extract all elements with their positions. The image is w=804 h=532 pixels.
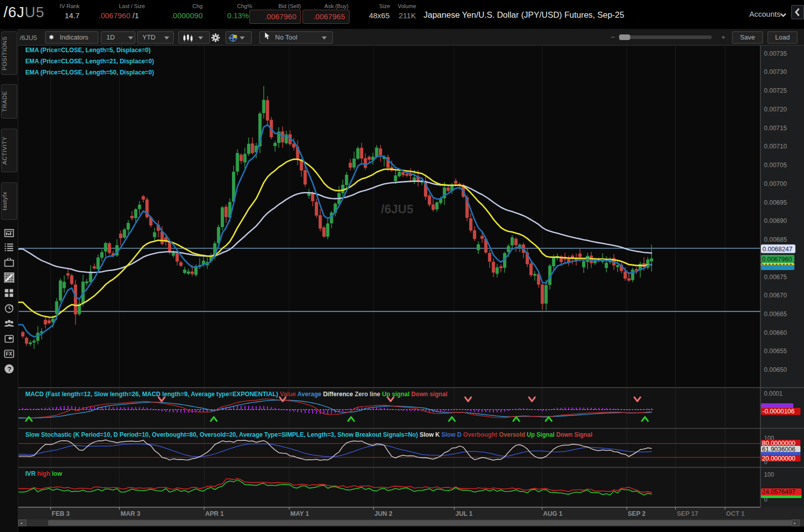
svg-text:0.00675: 0.00675 — [764, 274, 787, 281]
svg-text:FEB 3: FEB 3 — [52, 510, 69, 517]
svg-text:0.0001: 0.0001 — [764, 390, 783, 397]
svg-text:EMA (Price=CLOSE, Length=21, D: EMA (Price=CLOSE, Length=21, Displace=0) — [25, 58, 154, 65]
svg-text:100: 100 — [764, 471, 774, 478]
svg-text:◂: ◂ — [20, 521, 22, 525]
svg-text:Slow Stochastic (K Period=10,: Slow Stochastic (K Period=10, D Period=1… — [25, 431, 592, 438]
svg-text:0.0068247: 0.0068247 — [762, 246, 792, 253]
svg-text:SEP 17: SEP 17 — [677, 510, 698, 517]
svg-text:0.00720: 0.00720 — [764, 106, 787, 113]
svg-text:0.00670: 0.00670 — [764, 292, 787, 299]
svg-text:/6JU5: /6JU5 — [381, 202, 413, 216]
svg-text:0.00710: 0.00710 — [764, 143, 787, 150]
svg-text:▸: ▸ — [794, 521, 796, 525]
svg-text:0.00705: 0.00705 — [764, 162, 787, 169]
svg-text:0.00685: 0.00685 — [764, 236, 787, 243]
svg-text:0: 0 — [764, 459, 768, 466]
svg-text:FX: FX — [6, 351, 13, 357]
svg-text:OCT 1: OCT 1 — [726, 510, 745, 517]
svg-text:0.00665: 0.00665 — [764, 311, 787, 318]
svg-text:SEP 2: SEP 2 — [628, 510, 645, 517]
svg-text:?: ? — [8, 365, 12, 373]
svg-text:0: 0 — [764, 496, 768, 503]
svg-text:0.00650: 0.00650 — [764, 366, 787, 373]
svg-text:0.00695: 0.00695 — [764, 199, 787, 206]
svg-text:24.0576497: 24.0576497 — [762, 488, 795, 496]
svg-text:0.00730: 0.00730 — [764, 68, 787, 75]
svg-text:EMA (Price=CLOSE, Length=5, Di: EMA (Price=CLOSE, Length=5, Displace=0) — [25, 47, 150, 54]
svg-text:0.00700: 0.00700 — [764, 180, 787, 187]
svg-text:0.00690: 0.00690 — [764, 217, 787, 224]
svg-text:0.00655: 0.00655 — [764, 348, 787, 355]
svg-text:APR 1: APR 1 — [205, 510, 224, 517]
svg-text:MAR 3: MAR 3 — [121, 510, 140, 517]
svg-text:JUL 1: JUL 1 — [455, 510, 473, 517]
svg-text:0.00725: 0.00725 — [764, 87, 787, 94]
svg-text:MAY 1: MAY 1 — [290, 510, 309, 517]
svg-text:0.00660: 0.00660 — [764, 329, 787, 336]
svg-text:0.00715: 0.00715 — [764, 125, 787, 132]
svg-text:MACD (Fast length=12, Slow len: MACD (Fast length=12, Slow length=26, MA… — [25, 391, 447, 398]
svg-text:61.9036006: 61.9036006 — [762, 446, 795, 453]
svg-text:EMA (Price=CLOSE, Length=50, D: EMA (Price=CLOSE, Length=50, Displace=0) — [25, 69, 154, 76]
svg-text:IVR high low: IVR high low — [25, 470, 62, 477]
svg-text:AUG 1: AUG 1 — [543, 510, 562, 517]
svg-text:-0.0000106: -0.0000106 — [762, 408, 794, 415]
svg-text:JUN 2: JUN 2 — [374, 510, 392, 517]
svg-text:0.00735: 0.00735 — [764, 50, 787, 57]
svg-text:0.0067960: 0.0067960 — [762, 256, 792, 263]
